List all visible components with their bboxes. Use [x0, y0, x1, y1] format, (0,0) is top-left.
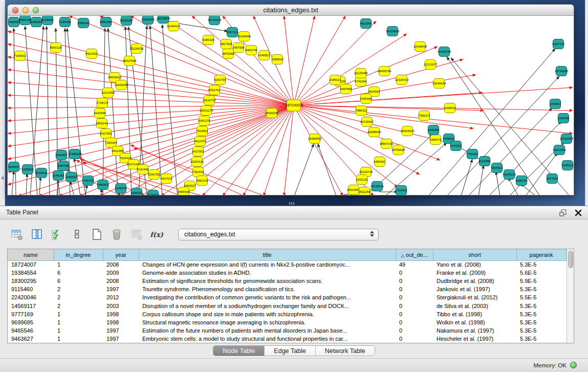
graph-node[interactable]: 8131948 [137, 165, 149, 174]
graph-node[interactable]: 18327508 [123, 56, 137, 66]
graph-node[interactable]: 1733426 [395, 186, 407, 195]
delete-table-button[interactable] [110, 228, 123, 241]
memory-status-indicator[interactable] [570, 362, 577, 368]
network-canvas[interactable]: 2620651950513510552878128556915549820691… [8, 16, 574, 195]
table-row[interactable]: 1938455462009Genome-wide association stu… [8, 269, 566, 277]
graph-edge[interactable] [284, 105, 294, 195]
graph-node[interactable]: 7524501 [196, 126, 208, 136]
network-graph[interactable]: 2620651950513510552878128556915549820691… [8, 16, 574, 195]
graph-node[interactable]: 1588520 [271, 55, 284, 64]
graph-node[interactable]: 2020657 [55, 150, 68, 160]
graph-node[interactable]: 9227734 [552, 39, 564, 49]
graph-node[interactable]: 8561234 [196, 176, 208, 186]
graph-node[interactable]: 9397588 [57, 161, 70, 171]
tab-network-table[interactable]: Network Table [316, 346, 375, 356]
graph-node[interactable]: 8813054 [360, 19, 372, 29]
graph-node[interactable]: 2186021 [329, 75, 341, 85]
row-height-button[interactable] [70, 228, 83, 241]
graph-node[interactable]: 8891268 [100, 17, 112, 27]
graph-node[interactable]: 9875685 [222, 49, 234, 59]
float-panel-icon[interactable] [558, 208, 568, 217]
collapse-panel-arrow-icon[interactable] [1, 176, 4, 180]
graph-node[interactable]: 1695810 [97, 180, 109, 190]
graph-node[interactable]: 14136141 [371, 182, 384, 191]
graph-node[interactable]: 19756928 [391, 145, 405, 155]
graph-node[interactable]: 9159411 [36, 168, 48, 178]
graph-node[interactable]: 1678275 [115, 184, 127, 193]
splitter-grip[interactable] [289, 202, 294, 205]
graph-node[interactable]: 2803144 [96, 119, 108, 128]
graph-edge[interactable] [39, 177, 40, 195]
graph-node[interactable]: 8912934 [85, 49, 98, 59]
show-columns-button[interactable] [30, 228, 43, 241]
graph-node[interactable]: 1159813 [550, 99, 562, 109]
tab-edge-table[interactable]: Edge Table [265, 346, 315, 356]
graph-node[interactable]: 9024512 [491, 163, 503, 173]
graph-node[interactable]: 18807249 [380, 139, 394, 149]
minimize-window-button[interactable] [23, 7, 29, 13]
graph-node[interactable]: 10154846 [237, 32, 251, 41]
graph-node[interactable]: 1677064 [546, 174, 558, 184]
graph-edge[interactable] [8, 31, 294, 105]
graph-node[interactable]: 9245022 [130, 188, 143, 196]
graph-node[interactable]: 9155498 [59, 17, 71, 27]
graph-node[interactable]: 10688609 [367, 127, 381, 137]
graph-node[interactable]: 9484067 [374, 157, 386, 167]
graph-node[interactable]: 2069140 [77, 18, 90, 28]
table-row[interactable]: 946362711997Embryonic stem cells: a mode… [8, 335, 566, 343]
table-row[interactable]: 946554611997Estimation of the future num… [8, 326, 566, 335]
graph-node[interactable]: 20691406 [141, 16, 155, 25]
graph-node[interactable]: 8454749 [245, 46, 257, 55]
graph-node[interactable]: 1795725 [82, 176, 94, 186]
graph-edge[interactable] [26, 173, 27, 195]
zoom-window-button[interactable] [33, 7, 39, 13]
graph-edge[interactable] [447, 57, 540, 195]
graph-node[interactable]: 9146821 [258, 51, 270, 60]
network-window-titlebar[interactable]: citations_edges.txt [8, 5, 574, 16]
graph-node[interactable]: 1145191 [53, 171, 65, 181]
graph-edge[interactable] [294, 144, 314, 195]
graph-node[interactable]: 12210463 [560, 134, 574, 144]
graph-edge[interactable] [461, 159, 472, 195]
column-header-short[interactable]: short [433, 249, 516, 260]
graph-node[interactable]: 7791292 [466, 149, 478, 159]
graph-node[interactable]: 18495794 [378, 67, 391, 76]
graph-node[interactable]: 2718176 [96, 98, 108, 108]
close-panel-icon[interactable] [574, 208, 583, 217]
graph-node[interactable]: 2436448 [360, 94, 372, 104]
graph-node[interactable]: 8427552 [100, 129, 112, 139]
table-mode-button[interactable] [10, 228, 24, 241]
graph-node[interactable]: 17359928 [68, 149, 82, 159]
graph-edge[interactable] [284, 16, 294, 105]
import-table-button[interactable] [130, 228, 143, 241]
graph-node[interactable]: 9612475 [194, 137, 206, 146]
graph-node[interactable]: 8124510 [147, 190, 159, 196]
graph-hub-node[interactable]: 18724007 [285, 100, 302, 111]
graph-edge[interactable] [294, 75, 476, 105]
graph-node[interactable]: 9245012 [561, 161, 574, 170]
graph-node[interactable]: 2967608 [232, 43, 245, 53]
graph-node[interactable]: 8560128 [50, 43, 62, 53]
graph-node[interactable]: 7386372 [418, 111, 430, 121]
graph-edge[interactable] [56, 28, 58, 195]
graph-node[interactable]: 10125488 [354, 69, 368, 78]
graph-edge[interactable] [161, 105, 294, 195]
column-header-title[interactable]: title [139, 249, 396, 260]
graph-node[interactable]: 12213363 [101, 88, 115, 98]
graph-node[interactable]: 15722409 [208, 16, 222, 25]
column-header-out_degree[interactable]: △out_de... [396, 249, 433, 260]
graph-node[interactable]: 1145435 [558, 114, 570, 123]
graph-node[interactable]: 7361542 [192, 167, 204, 177]
graph-node[interactable]: 19218506 [386, 27, 400, 36]
table-row[interactable]: 1456911722003Disruption of a novel membe… [8, 301, 566, 310]
graph-node[interactable]: 9427514 [160, 174, 172, 184]
select-columns-button[interactable] [50, 228, 63, 241]
column-header-name[interactable]: name [8, 249, 54, 260]
graph-node[interactable]: 13640934 [432, 79, 446, 89]
graph-edge[interactable] [202, 105, 294, 195]
graph-node[interactable]: 6497568 [340, 84, 352, 94]
graph-node[interactable]: 8362751 [208, 85, 221, 95]
graph-node[interactable]: 22420046 [115, 80, 128, 90]
graph-node[interactable]: 6470921 [450, 141, 462, 151]
column-header-pagerank[interactable]: pagerank [516, 249, 566, 260]
